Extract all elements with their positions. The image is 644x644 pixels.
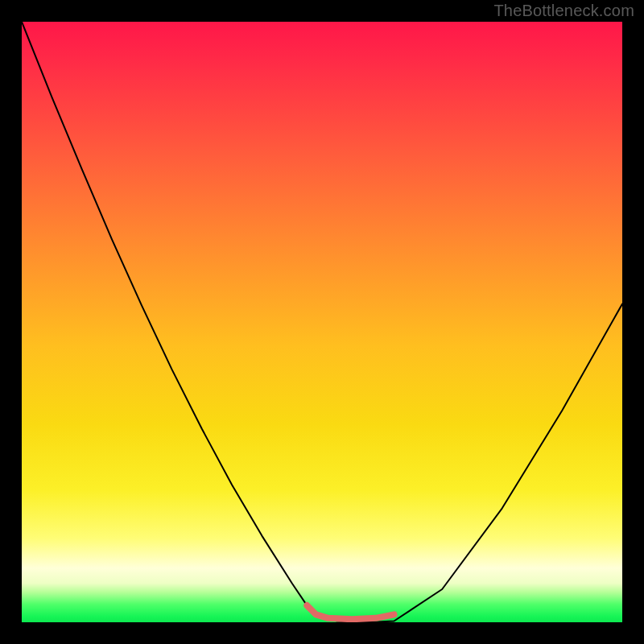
watermark-text: TheBottleneck.com	[493, 2, 634, 20]
plateau-marker-path	[307, 605, 394, 619]
chart-svg	[22, 22, 622, 622]
main-curve-path	[22, 22, 622, 622]
chart-plot-area	[22, 22, 622, 622]
